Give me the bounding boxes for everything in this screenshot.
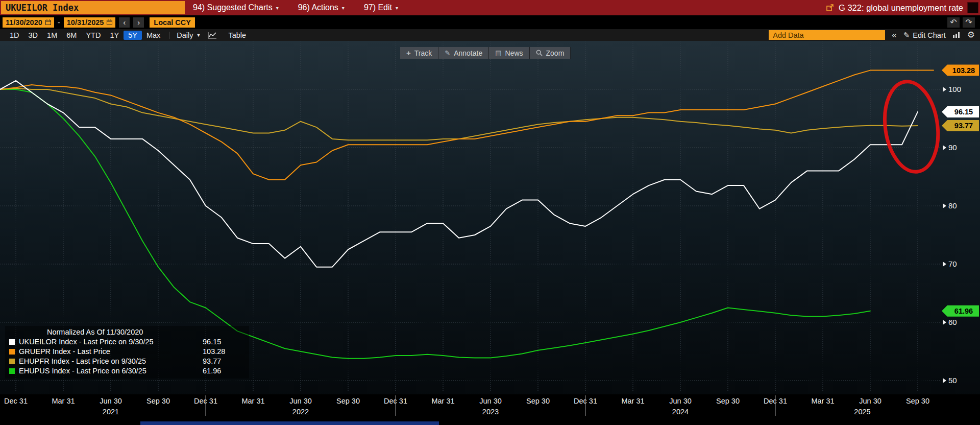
x-tick-label: Jun 30: [479, 397, 502, 405]
currency-value: Local CCY: [154, 18, 191, 27]
period-1d[interactable]: 1D: [5, 31, 24, 40]
next-period-button[interactable]: ›: [133, 17, 144, 28]
period-ytd[interactable]: YTD: [81, 31, 105, 40]
legend-label: UKUEILOR Index - Last Price on 9/30/25: [19, 337, 199, 347]
redo-button[interactable]: ↷: [963, 17, 975, 28]
price-tag-label: 96.15: [954, 108, 973, 116]
x-tick-label: Mar 31: [621, 397, 644, 405]
menu-label: 96) Actions: [298, 3, 338, 12]
series-swatch: [9, 359, 15, 364]
legend-title: Normalized As Of 11/30/2020: [9, 327, 245, 337]
chevron-right-icon: ›: [137, 18, 140, 27]
series-swatch: [9, 368, 15, 374]
newspaper-icon: ▤: [495, 49, 501, 57]
chevron-down-icon: ▾: [396, 5, 398, 11]
menu-suggested-charts[interactable]: 94) Suggested Charts ▾: [193, 3, 279, 12]
period-1m[interactable]: 1M: [42, 31, 62, 40]
y-tick-label: 80: [948, 201, 957, 210]
edit-chart-label: Edit Chart: [913, 31, 945, 39]
table-view-button[interactable]: Table: [224, 31, 250, 40]
edit-chart-button[interactable]: ✎ Edit Chart: [903, 31, 946, 40]
line-chart-type-button[interactable]: [208, 32, 217, 39]
toolbar-divider: [169, 32, 170, 39]
track-button[interactable]: + Track: [400, 47, 438, 59]
series-swatch: [9, 339, 15, 345]
legend-label: EHUPUS Index - Last Price on 6/30/25: [19, 366, 199, 376]
calendar-icon: [107, 19, 112, 25]
chart-settings-icon[interactable]: [952, 32, 961, 38]
x-tick-label: Mar 31: [241, 397, 264, 405]
function-title: G 322: global unemployment rate: [839, 3, 963, 13]
zoom-button[interactable]: Zoom: [530, 47, 571, 59]
year-label: 2021: [103, 408, 119, 416]
x-tick-label: Sep 30: [336, 397, 360, 405]
gear-icon[interactable]: ⚙: [967, 30, 975, 40]
prev-period-button[interactable]: ‹: [119, 17, 130, 28]
open-window-icon[interactable]: [826, 4, 834, 12]
x-tick-label: Sep 30: [716, 397, 740, 405]
year-label: 2025: [854, 408, 870, 416]
y-tick-label: 60: [948, 318, 957, 326]
panel-corner-button[interactable]: [967, 2, 978, 13]
add-data-input[interactable]: Add Data: [769, 30, 885, 40]
currency-selector[interactable]: Local CCY: [150, 17, 195, 28]
legend-item-ukueilor[interactable]: UKUEILOR Index - Last Price on 9/30/25 9…: [9, 337, 245, 347]
news-button[interactable]: ▤ News: [489, 47, 529, 59]
menu-edit[interactable]: 97) Edit ▾: [364, 3, 398, 12]
price-tag-label: 93.77: [954, 122, 973, 130]
start-date-input[interactable]: 11/30/2020: [3, 17, 54, 28]
price-tag-label: 103.28: [952, 66, 975, 75]
chevron-down-icon: ▾: [276, 5, 279, 11]
legend-label: GRUEPR Index - Last Price: [19, 347, 199, 357]
menu-label: 97) Edit: [364, 3, 392, 12]
menu-actions[interactable]: 96) Actions ▾: [298, 3, 345, 12]
security-ticker-field[interactable]: UKUEILOR Index: [1, 1, 185, 14]
news-label: News: [505, 49, 523, 57]
legend-item-gruepr[interactable]: GRUEPR Index - Last Price 103.28: [9, 347, 245, 357]
chevron-left-icon: ‹: [123, 18, 126, 27]
period-1y[interactable]: 1Y: [105, 31, 124, 40]
period-3d[interactable]: 3D: [24, 31, 43, 40]
annotate-button[interactable]: ✎ Annotate: [438, 47, 489, 59]
y-tick-label: 50: [948, 376, 957, 385]
legend-item-ehupus[interactable]: EHUPUS Index - Last Price on 6/30/25 61.…: [9, 366, 245, 376]
pencil-icon: ✎: [903, 31, 910, 40]
x-tick-label: Mar 31: [52, 397, 75, 405]
x-tick-label: Dec 31: [4, 397, 28, 405]
redo-icon: ↷: [965, 17, 972, 27]
legend-value: 61.96: [203, 366, 221, 376]
x-tick-label: Sep 30: [146, 397, 170, 405]
collapse-panel-icon[interactable]: «: [892, 30, 896, 40]
chart-toolbar: 1D 3D 1M 6M YTD 1Y 5Y Max Daily ▼ Table …: [0, 29, 980, 41]
legend-value: 93.77: [203, 357, 221, 366]
frequency-dropdown[interactable]: Daily ▼: [177, 31, 201, 39]
period-max[interactable]: Max: [142, 31, 165, 40]
chart-area: 1009080706050Dec 31Mar 31Jun 30Sep 30Dec…: [0, 41, 980, 425]
annotate-label: Annotate: [454, 49, 482, 57]
undo-button[interactable]: ↶: [947, 17, 960, 28]
end-date-input[interactable]: 10/31/2025: [64, 17, 116, 28]
track-label: Track: [414, 49, 432, 57]
period-5y-selected[interactable]: 5Y: [124, 31, 142, 40]
calendar-icon: [45, 19, 51, 25]
title-bar: UKUEILOR Index 94) Suggested Charts ▾ 96…: [0, 0, 980, 15]
date-separator: -: [58, 18, 60, 27]
y-tick-label: 100: [948, 85, 961, 93]
frequency-value: Daily: [177, 31, 193, 39]
security-ticker: UKUEILOR Index: [6, 3, 79, 13]
x-tick-label: Sep 30: [526, 397, 550, 405]
price-tag-label: 61.96: [954, 307, 973, 315]
crosshair-icon: +: [406, 49, 411, 57]
magnifier-icon: [536, 50, 543, 56]
legend-item-ehupfr[interactable]: EHUPFR Index - Last Price on 9/30/25 93.…: [9, 357, 245, 366]
x-tick-label: Jun 30: [100, 397, 122, 405]
start-date-value: 11/30/2020: [6, 18, 42, 27]
legend-label: EHUPFR Index - Last Price on 9/30/25: [19, 357, 199, 366]
undo-icon: ↶: [950, 17, 957, 27]
date-range-bar: 11/30/2020 - 10/31/2025 ‹ › Local CCY ↶ …: [0, 15, 980, 29]
period-6m[interactable]: 6M: [62, 31, 81, 40]
chart-legend: Normalized As Of 11/30/2020 UKUEILOR Ind…: [5, 326, 249, 379]
end-date-value: 10/31/2025: [67, 18, 104, 27]
legend-value: 96.15: [203, 337, 221, 347]
chart-tool-strip: + Track ✎ Annotate ▤ News Zoom: [400, 47, 571, 59]
